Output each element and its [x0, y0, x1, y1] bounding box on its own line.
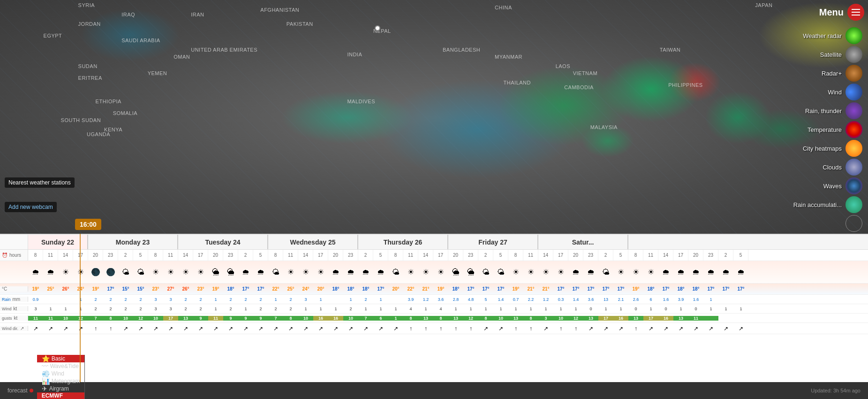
rain-cell-19: 1: [313, 297, 328, 302]
temp-cell-10: 26°: [178, 286, 193, 292]
gust-cell-10: 13: [178, 316, 193, 321]
rain-cell-10: 2: [178, 297, 193, 302]
weather-icon-cell-31: 🌤: [493, 268, 508, 276]
map-container[interactable]: IRAQIRANAFGHANISTANPAKISTANCHINAJORDANEG…: [0, 0, 868, 235]
rain-cell-42: 1.6: [658, 297, 673, 302]
temp-cell-27: 19°: [433, 286, 448, 292]
gust-cell-41: 17: [643, 316, 658, 321]
winddir-cell-21: ↗: [343, 325, 358, 332]
winddir-cell-41: ↗: [643, 325, 658, 332]
temp-cell-6: 15°: [118, 286, 133, 292]
rain-label: Rain: [2, 297, 11, 302]
winddir-cell-29: ↑: [463, 325, 478, 332]
rain-unit: mm: [13, 297, 21, 302]
sidebar-item-3[interactable]: Wind: [778, 83, 864, 101]
sidebar-icon-5: [845, 121, 862, 138]
sidebar-item-4[interactable]: Rain, thunder: [778, 101, 864, 120]
rain-cell-35: 0.3: [553, 297, 568, 302]
toolbar-icon-0: ⭐: [42, 355, 50, 362]
hour-cell-22: 2: [358, 250, 373, 261]
toolbar-item-wind[interactable]: 💨Wind: [37, 370, 85, 377]
hours-icon: ⏰: [2, 253, 8, 258]
temp-cell-30: 17°: [478, 286, 493, 292]
winddir-cell-0: ↗: [28, 325, 43, 332]
winddir-cell-27: ↑: [433, 325, 448, 332]
toolbar-item-meteogram[interactable]: 📊Meteogram: [37, 377, 85, 385]
wind-cells: 3111222233221212221112111414111111111011…: [28, 307, 748, 311]
gust-cell-29: 12: [463, 316, 478, 321]
toolbar-item-ecmwf[interactable]: ECMWF: [37, 392, 85, 399]
winddir-cell-16: ↗: [268, 325, 283, 332]
nearest-stations-button[interactable]: Nearest weather stations: [5, 177, 75, 188]
day-headers: Sunday 22Monday 23Tuesday 24Wednesday 25…: [28, 235, 868, 249]
toolbar-icon-1: 〰: [42, 362, 48, 370]
temp-cell-29: 17°: [463, 286, 478, 292]
day-header-6: Satur...: [538, 235, 628, 249]
sidebar-item-8[interactable]: Waves: [778, 176, 864, 195]
weather-icon-cell-27: ☀: [433, 268, 448, 276]
gust-cell-3: 12: [73, 316, 88, 321]
hour-cell-36: 20: [568, 250, 583, 261]
wind-cell-47: 1: [733, 307, 748, 311]
sidebar-item-7[interactable]: Clouds: [778, 158, 864, 176]
wind-cell-0: 3: [28, 307, 43, 311]
rain-cells: 0.9122223322122212311213.91.23.62.84.851…: [28, 297, 748, 302]
wind-label-cell: Wind kt: [0, 306, 28, 311]
gust-cell-7: 12: [133, 316, 148, 321]
winddir-cell-26: ↑: [418, 325, 433, 332]
wind-cell-3: 1: [73, 307, 88, 311]
gust-cell-11: 9: [193, 316, 208, 321]
menu-button[interactable]: Menu: [778, 4, 864, 21]
wind-cell-9: 3: [163, 307, 178, 311]
wind-cell-30: 1: [478, 307, 493, 311]
rain-cell-21: 1: [343, 297, 358, 302]
rain-cell-26: 1.2: [418, 297, 433, 302]
gusts-cells: 1111101278101210171391199978101616107618…: [28, 316, 718, 321]
hour-cell-7: 5: [133, 250, 148, 261]
rain-cell-33: 2.2: [523, 297, 538, 302]
winddir-cell-24: ↗: [388, 325, 403, 332]
toolbar-item-wave&tide[interactable]: 〰Wave&Tide: [37, 362, 85, 370]
sidebar-icon-4: [845, 102, 862, 119]
winddir-cell-30: ↗: [478, 325, 493, 332]
toolbar-item-basic[interactable]: ⭐Basic: [37, 355, 85, 362]
sidebar-item-6[interactable]: City heatmaps: [778, 139, 864, 158]
sidebar-item-9[interactable]: Rain accumulati...: [778, 195, 864, 214]
gust-cell-40: 13: [628, 316, 643, 321]
sidebar-item-10[interactable]: [778, 214, 864, 233]
hour-cell-29: 23: [463, 250, 478, 261]
gusts-unit: kt: [14, 315, 18, 321]
wind-cell-36: 1: [568, 307, 583, 311]
sidebar-item-0[interactable]: Weather radar: [778, 26, 864, 45]
temp-cell-41: 18°: [643, 286, 658, 292]
right-sidebar: Menu Weather radarSatelliteRadar+WindRai…: [774, 0, 868, 237]
wind-cell-34: 1: [538, 307, 553, 311]
wind-cell-19: 1: [313, 307, 328, 311]
weather-icon-cell-45: 🌧: [703, 268, 718, 276]
toolbar-item-airgram[interactable]: ✈Airgram: [37, 385, 85, 392]
sidebar-item-1[interactable]: Satellite: [778, 45, 864, 64]
add-webcam-button[interactable]: Add new webcam: [5, 202, 57, 212]
hour-cell-26: 14: [418, 250, 433, 261]
day-header-4: Thursday 26: [358, 235, 448, 249]
menu-icon[interactable]: [847, 4, 864, 21]
hour-cell-15: 5: [253, 250, 268, 261]
rain-cell-17: 2: [283, 297, 298, 302]
winddir-cells: ↗↗↗↗↑↑↗↗↗↗↗↗↗↗↗↗↗↗↗↗↗↗↗↗↗↑↑↑↑↑↗↗↑↑↗↑↑↗↗↗…: [28, 325, 748, 332]
temp-cell-45: 17°: [703, 286, 718, 292]
weather-icon-cell-30: 🌤: [478, 268, 493, 276]
hour-cell-0: 8: [28, 250, 43, 261]
wind-cell-33: 1: [523, 307, 538, 311]
rain-cell-1: [43, 297, 58, 302]
sidebar-item-5[interactable]: Temperature: [778, 120, 864, 139]
rain-cell-47: [733, 297, 748, 302]
gusts-label: gusts: [2, 316, 12, 321]
weather-icon-cell-9: ☀: [163, 268, 178, 276]
toolbar-icon-2: 💨: [42, 370, 50, 377]
sidebar-item-2[interactable]: Radar+: [778, 64, 864, 83]
gust-cell-12: 11: [208, 316, 223, 321]
rain-cell-14: 2: [238, 297, 253, 302]
gust-cell-4: 7: [88, 316, 103, 321]
hour-cell-13: 23: [223, 250, 238, 261]
sidebar-icon-6: [845, 140, 862, 157]
